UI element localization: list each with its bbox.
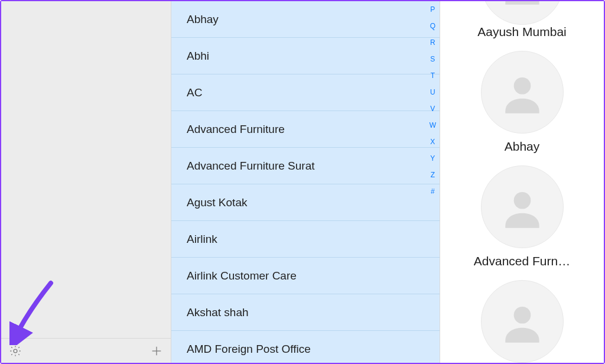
card-name: Aayush Mumbai [477,25,567,39]
app-window: Abhay Abhi AC Advanced Furniture Advance… [0,0,605,364]
contact-row[interactable]: Advanced Furniture [171,111,440,148]
alpha-index[interactable]: P Q R S T U V W X Y Z # [430,1,436,200]
contact-name: Advanced Furniture Surat [187,160,315,173]
contact-row[interactable]: Airlink [171,221,440,258]
avatar [481,280,564,363]
settings-button[interactable] [7,343,24,359]
card-name: Advanced Furn… [474,254,570,268]
alpha-letter[interactable]: P [430,1,435,18]
svg-point-0 [14,349,17,353]
avatar [481,165,564,248]
alpha-letter[interactable]: U [430,84,435,100]
contact-row[interactable]: Airlink Customer Care [171,258,440,294]
svg-point-6 [513,307,531,324]
avatar [481,1,564,25]
contact-row[interactable]: Akshat shah [171,294,440,331]
contact-row[interactable]: AMD Foreign Post Office [171,331,440,363]
plus-icon [150,344,163,358]
svg-point-4 [513,77,531,95]
svg-point-5 [513,192,531,209]
contact-list[interactable]: Abhay Abhi AC Advanced Furniture Advance… [171,1,440,363]
contact-card[interactable] [440,268,604,363]
contact-row[interactable]: Agust Kotak [171,184,440,221]
contact-name: Airlink [187,233,217,246]
contact-card[interactable]: Advanced Furn… [440,154,604,268]
contact-list-panel: Abhay Abhi AC Advanced Furniture Advance… [171,1,440,363]
person-icon [497,296,548,347]
contact-card[interactable]: Aayush Mumbai [440,1,604,39]
alpha-letter[interactable]: Z [431,167,435,183]
contact-name: Advanced Furniture [187,123,285,136]
alpha-letter[interactable]: R [430,34,435,51]
sidebar-toolbar [1,338,171,363]
contact-row[interactable]: AC [171,74,440,111]
contact-name: Agust Kotak [187,196,247,209]
person-icon [497,67,548,118]
contact-card[interactable]: Abhay [440,39,604,154]
add-contact-button[interactable] [148,343,165,359]
contact-name: Airlink Customer Care [187,269,297,282]
avatar [481,51,564,134]
alpha-letter[interactable]: Y [430,150,435,167]
person-icon [497,1,548,9]
contact-row[interactable]: Abhay [171,1,440,38]
contact-row[interactable]: Advanced Furniture Surat [171,148,440,184]
alpha-letter[interactable]: S [430,51,435,67]
contact-name: Akshat shah [187,306,249,319]
sidebar-content [1,1,171,338]
contact-name: Abhay [187,13,219,26]
contact-name: AC [187,86,202,99]
contact-name: AMD Foreign Post Office [187,343,311,356]
contact-cards-panel[interactable]: Aayush Mumbai Abhay Advanced Furn… [440,1,604,363]
contact-name: Abhi [187,50,209,63]
alpha-letter[interactable]: Q [430,18,435,34]
alpha-letter[interactable]: W [430,117,436,134]
person-icon [497,181,548,232]
alpha-letter[interactable]: V [430,100,435,117]
alpha-letter[interactable]: # [431,183,435,200]
alpha-letter[interactable]: T [431,67,435,84]
contact-row[interactable]: Abhi [171,38,440,74]
gear-icon [9,344,22,358]
alpha-letter[interactable]: X [430,134,435,150]
sidebar [1,1,171,363]
card-name: Abhay [505,139,540,154]
